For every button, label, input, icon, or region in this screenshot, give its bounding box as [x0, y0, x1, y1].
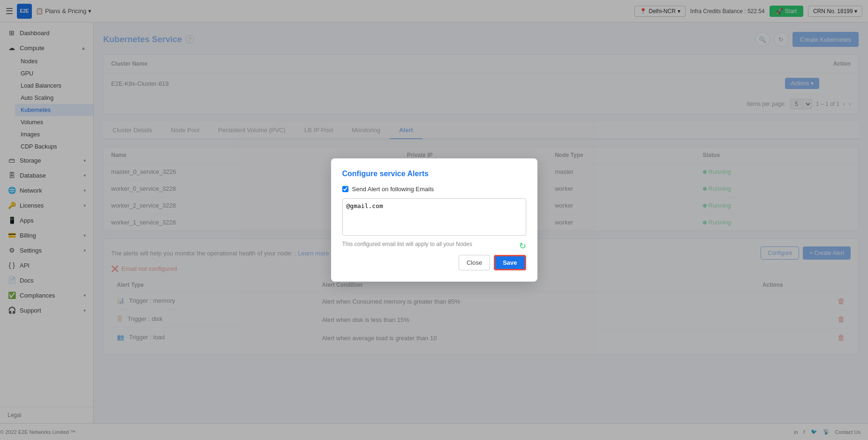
modal-hint: This configured email list will apply to…: [342, 241, 526, 247]
email-textarea[interactable]: [342, 198, 526, 236]
modal-checkbox-row: Send Alert on following Emails: [342, 186, 526, 193]
send-alert-checkbox[interactable]: [342, 186, 348, 192]
modal-title: Configure service Alerts: [342, 170, 526, 178]
configure-alerts-modal: Configure service Alerts Send Alert on f…: [331, 158, 537, 282]
modal-overlay: Configure service Alerts Send Alert on f…: [0, 0, 868, 440]
email-textarea-wrapper: ↻: [342, 198, 526, 241]
modal-close-button[interactable]: Close: [459, 255, 490, 270]
send-alert-label: Send Alert on following Emails: [352, 186, 434, 193]
modal-footer: Close Save: [342, 255, 526, 270]
modal-save-button[interactable]: Save: [494, 255, 526, 270]
modal-refresh-icon[interactable]: ↻: [519, 241, 526, 251]
